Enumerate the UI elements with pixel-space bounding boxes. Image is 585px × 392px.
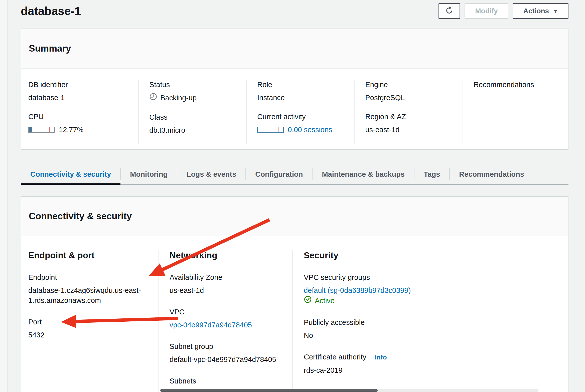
tab-monitoring[interactable]: Monitoring	[120, 164, 177, 184]
summary-title: Summary	[29, 43, 560, 54]
security-group-status: Active	[315, 296, 335, 306]
networking-title: Networking	[170, 250, 285, 261]
chevron-down-icon: ▼	[553, 9, 558, 14]
horizontal-scrollbar	[160, 389, 538, 392]
engine-label: Engine	[365, 80, 455, 90]
subnet-group-value: default-vpc-04e997d7a94d78405	[170, 354, 285, 364]
summary-panel: Summary DB identifier database-1 CPU	[21, 29, 568, 150]
class-label: Class	[149, 112, 239, 122]
summary-col-engine: Engine PostgreSQL Region & AZ us-east-1d	[354, 80, 462, 144]
port-label: Port	[28, 317, 151, 327]
current-activity-field: Current activity 0.00 sessions	[257, 112, 347, 135]
refresh-button[interactable]	[438, 3, 460, 19]
cpu-value: 12.77%	[59, 125, 83, 135]
actions-button[interactable]: Actions ▼	[513, 3, 568, 19]
publicly-accessible-label: Publicly accessible	[304, 317, 560, 327]
header-actions: Modify Actions ▼	[438, 3, 568, 19]
port-field: Port 5432	[28, 317, 151, 340]
role-value: Instance	[257, 93, 347, 103]
class-field: Class db.t3.micro	[149, 112, 239, 135]
horizontal-scrollbar-thumb[interactable]	[160, 389, 378, 392]
endpoint-field: Endpoint database-1.cz4ag6siwqdu.us-east…	[28, 272, 151, 305]
subnet-group-label: Subnet group	[170, 341, 285, 351]
certificate-authority-value: rds-ca-2019	[304, 365, 560, 375]
cpu-bar-fill	[29, 127, 32, 132]
recommendations-label: Recommendations	[474, 80, 561, 90]
db-identifier-label: DB identifier	[28, 80, 131, 90]
vpc-link[interactable]: vpc-04e997d7a94d78405	[170, 321, 252, 329]
summary-content: DB identifier database-1 CPU 12.77%	[21, 69, 568, 149]
subnets-label: Subnets	[170, 376, 285, 386]
connectivity-security-panel: Connectivity & security Endpoint & port …	[21, 196, 568, 392]
availability-zone-value: us-east-1d	[170, 285, 285, 295]
availability-zone-field: Availability Zone us-east-1d	[170, 272, 285, 295]
connectivity-panel-header: Connectivity & security	[21, 197, 568, 236]
engine-value: PostgreSQL	[365, 93, 455, 103]
port-value: 5432	[28, 330, 151, 340]
cpu-threshold-marker	[49, 127, 50, 132]
endpoint-port-title: Endpoint & port	[28, 250, 151, 261]
status-field: Status Backing-up	[149, 80, 239, 103]
clock-icon	[149, 93, 157, 103]
summary-col-status: Status Backing-up Class	[138, 80, 246, 144]
modify-button[interactable]: Modify	[465, 3, 508, 19]
actions-button-label: Actions	[523, 7, 549, 15]
security-title: Security	[304, 250, 560, 261]
security-column: Security VPC security groups default (sg…	[292, 250, 568, 392]
page-title: database-1	[21, 4, 81, 18]
page-header: database-1 Modify Actions ▼	[21, 0, 568, 19]
status-value: Backing-up	[160, 93, 197, 103]
cpu-meter	[28, 127, 55, 133]
refresh-icon	[445, 6, 454, 16]
vpc-security-groups-field: VPC security groups default (sg-0da6389b…	[304, 272, 560, 306]
role-label: Role	[257, 80, 347, 90]
availability-zone-label: Availability Zone	[170, 272, 285, 282]
engine-field: Engine PostgreSQL	[365, 80, 455, 103]
certificate-authority-info-link[interactable]: Info	[375, 353, 387, 361]
connectivity-panel-title: Connectivity & security	[29, 211, 560, 222]
region-az-label: Region & AZ	[365, 112, 455, 122]
tab-connectivity-security[interactable]: Connectivity & security	[21, 164, 120, 184]
tab-maintenance-backups[interactable]: Maintenance & backups	[312, 164, 414, 184]
tab-recommendations[interactable]: Recommendations	[450, 164, 533, 184]
certificate-authority-field: Certificate authority Info rds-ca-2019	[304, 352, 560, 375]
check-circle-icon	[304, 295, 312, 306]
cpu-label: CPU	[28, 112, 131, 122]
detail-tabs: Connectivity & security Monitoring Logs …	[21, 164, 568, 185]
networking-column: Networking Availability Zone us-east-1d …	[158, 250, 292, 392]
session-meter	[257, 127, 284, 133]
role-field: Role Instance	[257, 80, 347, 103]
subnet-group-field: Subnet group default-vpc-04e997d7a94d784…	[170, 341, 285, 364]
class-value: db.t3.micro	[149, 125, 239, 135]
window-left-edge	[0, 0, 8, 392]
summary-col-recommendations: Recommendations	[463, 80, 568, 144]
summary-panel-header: Summary	[21, 29, 568, 69]
endpoint-label: Endpoint	[28, 272, 151, 282]
security-group-link[interactable]: default (sg-0da6389b97d3c0399)	[304, 286, 411, 294]
endpoint-value: database-1.cz4ag6siwqdu.us-east-1.rds.am…	[28, 285, 143, 305]
vpc-security-groups-label: VPC security groups	[304, 272, 560, 282]
recommendations-field: Recommendations	[474, 80, 561, 90]
certificate-authority-label-text: Certificate authority	[304, 353, 366, 361]
summary-col-identifier: DB identifier database-1 CPU 12.77%	[21, 80, 138, 144]
cpu-field: CPU 12.77%	[28, 112, 131, 135]
region-az-field: Region & AZ us-east-1d	[365, 112, 455, 135]
publicly-accessible-field: Publicly accessible No	[304, 317, 560, 340]
publicly-accessible-value: No	[304, 330, 560, 340]
session-threshold-marker	[278, 127, 278, 132]
current-activity-value[interactable]: 0.00 sessions	[288, 125, 332, 135]
summary-col-role: Role Instance Current activity 0.00 sess…	[246, 80, 354, 144]
tab-configuration[interactable]: Configuration	[246, 164, 312, 184]
db-identifier-value: database-1	[28, 93, 131, 103]
status-label: Status	[149, 80, 239, 90]
current-activity-label: Current activity	[257, 112, 347, 122]
endpoint-port-column: Endpoint & port Endpoint database-1.cz4a…	[21, 250, 158, 392]
connectivity-content: Endpoint & port Endpoint database-1.cz4a…	[21, 236, 568, 392]
tab-tags[interactable]: Tags	[414, 164, 450, 184]
db-identifier-field: DB identifier database-1	[28, 80, 131, 103]
vpc-label: VPC	[170, 307, 285, 317]
tab-logs-events[interactable]: Logs & events	[177, 164, 246, 184]
region-az-value: us-east-1d	[365, 125, 455, 135]
vpc-field: VPC vpc-04e997d7a94d78405	[170, 307, 285, 330]
certificate-authority-label: Certificate authority Info	[304, 352, 560, 362]
